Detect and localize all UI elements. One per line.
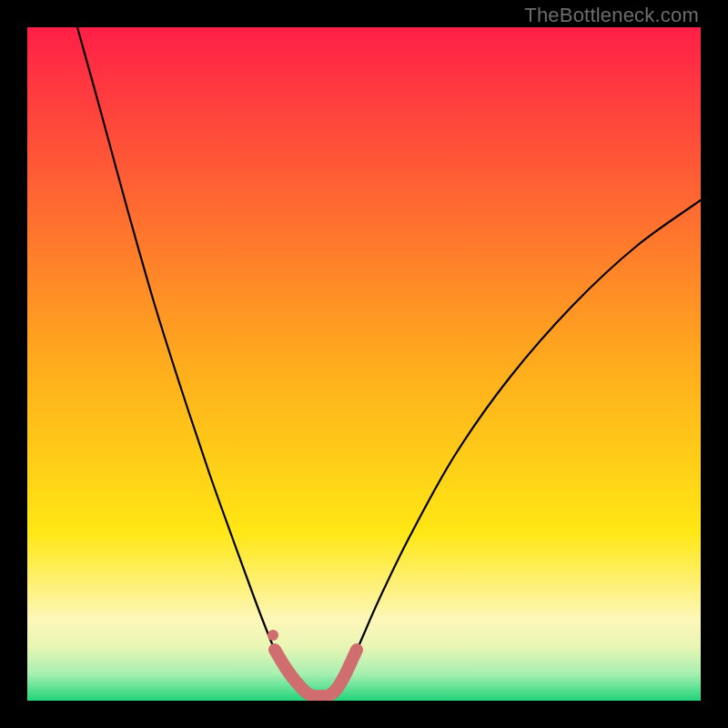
pink-marker <box>275 650 357 696</box>
right-curve <box>333 200 701 693</box>
pink-dot-icon <box>268 630 278 641</box>
watermark-text: TheBottleneck.com <box>524 4 699 27</box>
left-curve <box>77 27 308 693</box>
chart-frame <box>27 27 701 701</box>
curve-layer <box>27 27 701 701</box>
